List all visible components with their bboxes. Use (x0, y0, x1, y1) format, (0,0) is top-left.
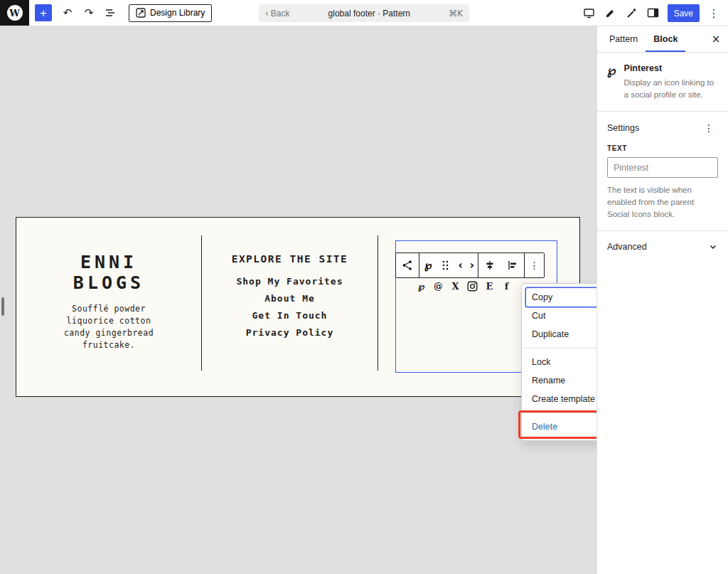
settings-options-button[interactable]: ⋮ (700, 121, 718, 135)
duplicate-label: Duplicate (532, 329, 569, 339)
tagline-line: liquorice cotton (16, 315, 201, 327)
explore-heading[interactable]: EXPLORE THE SITE (202, 253, 378, 265)
move-left-button[interactable]: ‹ (454, 253, 466, 277)
site-title-line2: BLOGS (16, 272, 201, 293)
pencil-icon (604, 6, 617, 20)
instagram-social-icon[interactable] (466, 280, 478, 292)
block-toolbar: ℘ ‹ › ⋮ (395, 253, 545, 278)
text-input[interactable] (607, 157, 718, 178)
threads-social-icon[interactable]: @ (432, 280, 444, 292)
sidebar-panel-icon (646, 6, 660, 20)
canvas-resize-handle[interactable] (1, 297, 4, 316)
settings-sidebar: Pattern Block × ℘ Pinterest Display an i… (596, 26, 728, 574)
footer-link[interactable]: Privacy Policy (202, 324, 378, 341)
drag-dots-icon (441, 260, 449, 271)
list-view-icon (104, 6, 117, 19)
kebab-icon: ⋮ (709, 7, 719, 20)
lock-label: Lock (532, 357, 550, 367)
select-parent-button[interactable] (396, 253, 419, 277)
block-card-title: Pinterest (624, 63, 718, 73)
justify-center-icon (483, 259, 496, 272)
settings-panel: Settings ⋮ TEXT The text is visible when… (597, 112, 728, 231)
menu-separator (522, 413, 596, 413)
block-options-button[interactable]: ⋮ (525, 253, 544, 277)
styles-wand-icon (625, 6, 638, 20)
x-social-icon[interactable]: X (449, 280, 461, 292)
tab-block[interactable]: Block (646, 26, 685, 52)
style-book-button[interactable] (622, 4, 642, 23)
text-field-help: The text is visible when enabled from th… (607, 184, 718, 220)
footer-links-column: EXPLORE THE SITE Shop My Favorites About… (202, 218, 378, 396)
site-title[interactable]: ENNI BLOGS (16, 252, 201, 293)
block-options-menu: Copy ⌘C Cut ⌘X Duplicate ⇧⌘D Lock Rename… (521, 283, 596, 441)
footer-link[interactable]: About Me (202, 290, 378, 307)
editor-canvas: ENNI BLOGS Soufflé powder liquorice cott… (0, 26, 596, 574)
social-icons-block: ℘ @ X E f (415, 280, 513, 292)
settings-sidebar-toggle[interactable] (643, 4, 663, 23)
rename-label: Rename (532, 376, 565, 386)
close-sidebar-button[interactable]: × (704, 26, 728, 52)
tagline-line: Soufflé powder (16, 303, 201, 315)
footer-link[interactable]: Shop My Favorites (202, 273, 378, 290)
document-title-bar[interactable]: ‹ Back global footer · Pattern ⌘K (259, 4, 469, 22)
pinterest-social-icon[interactable]: ℘ (415, 280, 427, 292)
menu-item-duplicate[interactable]: Duplicate ⇧⌘D (526, 325, 596, 344)
menu-item-copy[interactable]: Copy ⌘C (526, 288, 596, 307)
etsy-social-icon[interactable]: E (483, 280, 496, 292)
close-icon: × (712, 33, 721, 46)
device-preview-button[interactable] (579, 4, 599, 23)
social-icons-parent-icon (401, 259, 414, 272)
pinterest-block-button[interactable]: ℘ (419, 253, 437, 277)
settings-heading: Settings (607, 123, 639, 133)
menu-item-lock[interactable]: Lock (526, 353, 596, 371)
justify-left-button[interactable] (501, 253, 524, 277)
undo-icon: ↶ (63, 6, 73, 19)
back-label: Back (271, 9, 290, 18)
device-preview-icon (582, 6, 596, 20)
footer-link[interactable]: Get In Touch (202, 307, 378, 324)
advanced-label: Advanced (607, 242, 647, 252)
command-palette-shortcut: ⌘K (449, 9, 463, 18)
undo-button[interactable]: ↶ (58, 3, 77, 23)
design-library-label: Design Library (150, 8, 205, 18)
block-card-description: Display an icon linking to a social prof… (624, 77, 718, 100)
menu-item-delete[interactable]: Delete ⌃⌥Z (526, 418, 596, 436)
text-field-label: TEXT (607, 144, 718, 152)
facebook-social-icon[interactable]: f (500, 280, 513, 292)
back-button[interactable]: ‹ Back (265, 9, 290, 18)
wordpress-logo-icon: W (7, 5, 23, 21)
justify-center-button[interactable] (478, 253, 501, 277)
options-menu-button[interactable]: ⋮ (704, 4, 724, 23)
footer-brand-column[interactable]: ENNI BLOGS Soufflé powder liquorice cott… (16, 218, 201, 396)
block-card: ℘ Pinterest Display an icon linking to a… (597, 53, 728, 112)
list-view-button[interactable] (100, 3, 120, 23)
justify-left-icon (506, 259, 519, 272)
global-footer-pattern: ENNI BLOGS Soufflé powder liquorice cott… (16, 217, 580, 397)
editor-topbar: W + ↶ ↷ Design Library ‹ Back global foo… (0, 0, 728, 26)
document-title: global footer · Pattern (290, 9, 449, 18)
copy-label: Copy (532, 292, 552, 302)
plus-icon: + (40, 7, 47, 19)
create-template-part-label: Create template part (532, 394, 596, 404)
block-inserter-button[interactable]: + (35, 4, 52, 21)
redo-button[interactable]: ↷ (79, 3, 99, 23)
delete-label: Delete (532, 422, 557, 432)
site-tagline[interactable]: Soufflé powder liquorice cotton candy gi… (16, 303, 201, 351)
site-title-line1: ENNI (16, 252, 201, 272)
menu-item-cut[interactable]: Cut ⌘X (526, 307, 596, 325)
save-button[interactable]: Save (668, 4, 700, 22)
drag-handle[interactable] (437, 253, 454, 277)
design-library-button[interactable]: Design Library (129, 4, 212, 22)
tagline-line: fruitcake. (16, 339, 201, 351)
edit-button[interactable] (601, 4, 621, 23)
cut-label: Cut (532, 311, 545, 321)
move-right-button[interactable]: › (466, 253, 478, 277)
tab-pattern[interactable]: Pattern (601, 26, 646, 52)
menu-item-rename[interactable]: Rename (526, 371, 596, 390)
advanced-panel-toggle[interactable]: Advanced (597, 231, 728, 262)
tagline-line: candy gingerbread (16, 327, 201, 339)
redo-icon: ↷ (85, 6, 94, 19)
menu-item-create-template-part[interactable]: Create template part ◈ (526, 390, 596, 408)
chevron-left-icon: ‹ (265, 9, 269, 18)
wordpress-menu-button[interactable]: W (0, 0, 29, 26)
